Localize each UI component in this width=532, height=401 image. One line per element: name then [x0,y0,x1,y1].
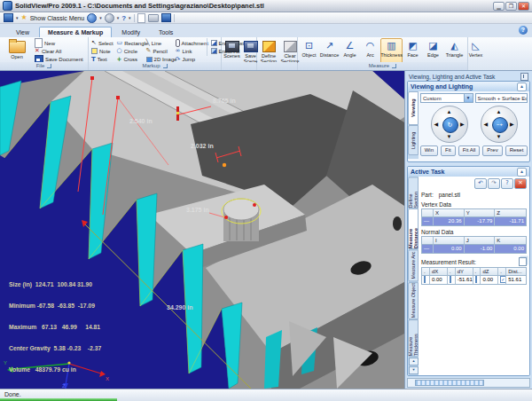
active-task-header[interactable]: Active Task ▲ [408,167,529,177]
task-help-icon[interactable]: ? [501,178,513,189]
globe-icon[interactable] [87,13,97,23]
app-menu-icon[interactable] [4,13,13,22]
close-button[interactable]: ✕ [518,2,529,11]
dx-value: 0.00 [430,276,448,284]
show-classic-menu-button[interactable]: Show Classic Menu [30,15,84,21]
tab-tools[interactable]: Tools [150,27,182,37]
clear-all-button[interactable]: ✕ Clear All [33,47,85,55]
pan-left-icon[interactable]: ◀ [484,122,489,127]
zoom-center-icon[interactable]: −+ [492,117,508,133]
scrollbar-thumb[interactable] [415,380,483,386]
help-icon[interactable]: ? [121,14,126,22]
tab-scroll-up-icon[interactable]: ▲ [409,358,419,366]
rectangle-button[interactable]: ▭ Rectangle [115,39,145,47]
note-button[interactable]: Note [90,47,115,55]
ribbon-help-icon[interactable]: ? [519,26,528,35]
collapse-chevron-icon[interactable]: ▲ [517,83,527,91]
select-button[interactable]: ↖ Select [90,39,115,47]
file-dialog-launcher-icon[interactable] [47,64,51,68]
render-mode-icon[interactable] [105,13,114,23]
tab-scroll-down-icon[interactable]: ▼ [409,366,419,374]
tab-modify[interactable]: Modify [113,27,149,37]
normal-data-row[interactable]: — 0.00 -1.00 0.00 [422,245,526,253]
pan-right-icon[interactable]: ▶ [510,122,514,127]
ribbon-group-measure: ⊡ Object ↗ Distance ∠ Angle ◠ Arc ▥ Thic… [298,37,468,70]
pan-up-icon[interactable]: ▲ [497,109,502,114]
restore-button[interactable]: ❐ [505,2,517,11]
circle-button[interactable]: ○ Circle [115,47,145,55]
rotate-center-icon[interactable]: ↻ [442,117,458,133]
help-dropdown-icon[interactable]: ▾ [129,15,131,20]
tab-view[interactable]: View [7,27,38,37]
rotate-pad[interactable]: ▲ ▼ ◀ ▶ ↻ [431,106,468,143]
file-group-label[interactable]: File [0,62,88,70]
prev-button[interactable]: Prev [482,145,502,156]
vertex-x-value: 20.36 [434,217,465,225]
dz-checkbox[interactable] [475,276,477,283]
tab-measure-distance[interactable]: Measure Distance [408,208,419,249]
attachment-button[interactable]: Attachment [174,39,207,47]
viewing-lighting-header[interactable]: Viewing and Lighting ▲ [408,82,529,91]
line-button[interactable]: ╲ Line [145,39,174,47]
markup-group-label[interactable]: Markup [89,62,221,70]
clipboard-icon[interactable] [137,13,145,23]
task-close-icon[interactable]: ✕ [514,178,527,189]
app-menu-dropdown-icon[interactable]: ▾ [16,15,19,20]
pencil-button[interactable]: ✎ Pencil [145,47,174,55]
tab-define-section[interactable]: Define Section [408,177,419,208]
print-icon[interactable] [148,14,159,22]
panel-horizontal-scrollbar[interactable] [407,378,530,388]
pan-down-icon[interactable]: ▼ [497,134,502,139]
pin-icon[interactable] [520,73,528,81]
render-dropdown-icon[interactable]: ▾ [117,15,120,20]
view-preset-arrow-icon[interactable]: ▼ [464,94,473,102]
markup-dialog-launcher-icon[interactable] [163,64,168,68]
tab-measure-thickness[interactable]: Measure Thickness [408,319,419,357]
rectangle-icon: ▭ [117,40,123,46]
normal-expander[interactable]: — [422,245,434,253]
favorites-star-icon[interactable]: ★ [21,14,27,21]
pick-forward-icon[interactable]: ↷ [488,178,500,189]
dx-checkbox[interactable] [424,276,426,283]
measure-dialog-launcher-icon[interactable] [392,64,396,68]
new-button[interactable]: New [33,39,85,47]
render-mode-dropdown[interactable]: Smooth + Surface Ed... ▼ [475,93,528,103]
tab-lighting[interactable]: Lighting [408,125,419,155]
rotate-down-icon[interactable]: ▼ [447,134,452,139]
circle-label: Circle [124,49,137,54]
fit-all-button[interactable]: Fit All [458,145,481,156]
measure-group-label[interactable]: Measure [298,62,467,70]
active-task-chevron-icon[interactable]: ▲ [517,168,527,177]
pan-zoom-pad[interactable]: ▲ ▼ ◀ ▶ −+ [481,106,518,143]
viewport-3d[interactable]: X Y Z 2.540 in 8.765 in 2.032 in 3.175 i… [0,71,404,389]
copy-result-icon[interactable] [519,257,527,266]
link-button[interactable]: ∞ Link [174,47,207,55]
monitor-icon[interactable] [161,13,171,22]
minimize-button[interactable]: ▁ [493,2,505,11]
tab-viewing[interactable]: Viewing [408,91,419,125]
view-preset-dropdown[interactable]: Custom ▼ [420,93,473,103]
tab-measure-arc[interactable]: Measure Arc [408,249,419,281]
rotate-right-icon[interactable]: ▶ [460,122,465,127]
fit-button[interactable]: Fit [441,145,456,156]
rotate-left-icon[interactable]: ◀ [434,122,439,127]
dist-checkbox[interactable] [500,276,505,283]
vertex-expander[interactable]: — [422,217,434,225]
win-button[interactable]: Win [420,145,438,156]
dy-checkbox[interactable] [450,276,451,283]
tab-measure-markup[interactable]: Measure & Markup [39,27,112,37]
vertex-y-value: -17.79 [465,217,496,225]
globe-dropdown-icon[interactable]: ▾ [99,15,102,20]
tab-measure-object[interactable]: Measure Object [408,282,419,319]
rotate-up-icon[interactable]: ▲ [447,109,452,114]
measurement-result-label: Measurement Result: [421,259,476,265]
markup-col-3: ╲ Line ✎ Pencil 2D Image [145,38,174,64]
attachment-label: Attachment [182,41,208,46]
reset-button[interactable]: Reset [505,145,528,156]
view-preset-value: Custom [423,96,442,101]
pick-back-icon[interactable]: ↶ [474,178,487,189]
vertex-data-row[interactable]: — 20.36 -17.79 -11.71 [422,217,526,225]
annotation-2032: 2.032 in [191,143,214,149]
mr-dot-1: . [422,268,430,276]
tab-scroll-buttons: ▲ ▼ [408,357,419,375]
